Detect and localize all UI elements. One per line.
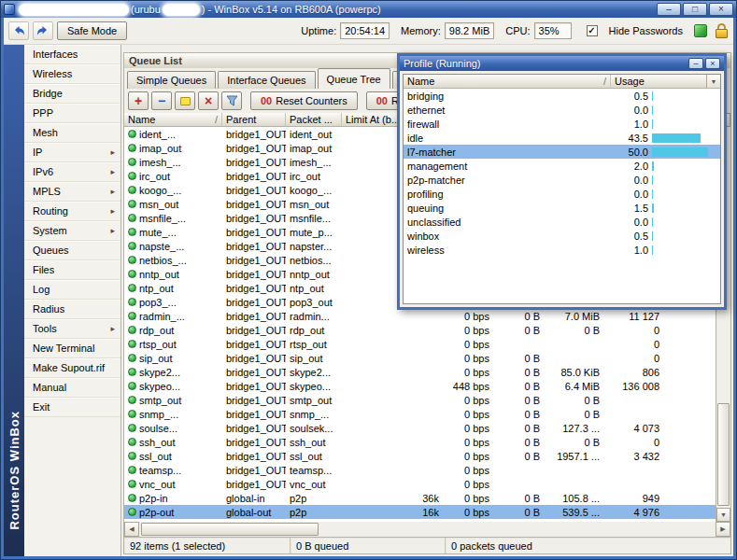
cell-name: irc_out [124, 169, 222, 183]
add-button[interactable]: + [128, 91, 149, 110]
queue-row-rdp-out[interactable]: rdp_outbridge1_OUTrdp_out0 bps0 B0 B0 [124, 323, 716, 337]
submenu-arrow-icon: ▸ [110, 167, 115, 176]
profile-titlebar[interactable]: Profile (Running) – × [400, 56, 724, 71]
reset-counters-button[interactable]: 00 Reset Counters [250, 91, 358, 110]
column-header-4[interactable]: Limit At (b... [342, 113, 398, 126]
queue-row-p2p-in[interactable]: p2p-inglobal-inp2p36k0 bps0 B105.8 ...94… [124, 491, 716, 505]
queue-row-ssl-out[interactable]: ssl_outbridge1_OUTssl_out0 bps0 B1957.1 … [124, 449, 716, 463]
cell-parent: bridge1_OUT [222, 211, 286, 225]
profile-row-p2p-matcher[interactable]: p2p-matcher0.0 [404, 173, 720, 187]
cell-packets: 136 008 [603, 379, 663, 393]
profile-row-wireless[interactable]: wireless1.0 [404, 243, 720, 257]
sidebar-item-queues[interactable]: Queues [24, 241, 120, 260]
horizontal-scrollbar[interactable]: ◀ ▶ [123, 522, 731, 537]
profile-row-idle[interactable]: idle43.5 [404, 131, 720, 145]
queue-row-p2p-out[interactable]: p2p-outglobal-outp2p16k0 bps0 B539.5 ...… [124, 505, 716, 519]
queue-row-rtsp-out[interactable]: rtsp_outbridge1_OUTrtsp_out0 bps0 [124, 337, 716, 351]
sidebar-item-wireless[interactable]: Wireless [24, 64, 120, 84]
profile-row-profiling[interactable]: profiling0.0 [404, 187, 720, 201]
sidebar-item-ip[interactable]: IP▸ [24, 143, 120, 162]
column-header-label: Packet ... [290, 114, 333, 125]
hide-passwords-checkbox[interactable]: ✓ [587, 25, 598, 36]
comment-button[interactable] [175, 91, 195, 110]
sidebar-item-manual[interactable]: Manual [24, 378, 120, 398]
profile-minimize-button[interactable]: – [688, 58, 703, 69]
safe-mode-button[interactable]: Safe Mode [57, 21, 127, 40]
queue-row-ssh-out[interactable]: ssh_outbridge1_OUTssh_out0 bps0 B0 B0 [124, 435, 716, 449]
column-header-1[interactable]: Name/ [124, 113, 222, 126]
sidebar-item-files[interactable]: Files [24, 260, 120, 280]
sidebar-item-mesh[interactable]: Mesh [24, 123, 120, 143]
remove-button[interactable]: − [151, 91, 172, 110]
undo-button[interactable] [8, 21, 29, 40]
profile-row-ethernet[interactable]: ethernet0.0 [404, 103, 720, 117]
scroll-down-button[interactable]: ▼ [716, 508, 730, 522]
sidebar-item-tools[interactable]: Tools▸ [24, 319, 120, 339]
status-item-count: 92 items (1 selected) [124, 538, 291, 553]
cell-queued: 0 B [493, 351, 544, 365]
vertical-scroll-thumb[interactable] [717, 403, 730, 506]
queue-row-radmin[interactable]: radmin_...bridge1_OUTradmin...0 bps0 B7.… [124, 309, 716, 323]
cell-parent: global-in [222, 491, 286, 505]
sidebar-item-routing[interactable]: Routing▸ [24, 202, 120, 221]
queue-row-smtp-out[interactable]: smtp_outbridge1_OUTsmtp_out0 bps0 B0 B [124, 393, 716, 407]
queue-row-snmp[interactable]: snmp_...bridge1_OUTsnmp_...0 bps0 B0 B [124, 407, 716, 421]
usage-bar [652, 147, 708, 157]
queue-row-soulse[interactable]: soulse...bridge1_OUTsoulsek...0 bps0 B12… [124, 421, 716, 435]
column-header-3[interactable]: Packet ... [286, 113, 342, 126]
disable-button[interactable]: × [198, 91, 219, 110]
profile-row-winbox[interactable]: winbox0.5 [404, 229, 720, 243]
profile-row-unclassified[interactable]: unclassified0.0 [404, 215, 720, 229]
scroll-left-button[interactable]: ◀ [124, 522, 139, 537]
profile-row-l7-matcher[interactable]: l7-matcher50.0 [404, 145, 720, 159]
cell-max [398, 351, 443, 365]
scroll-right-button[interactable]: ▶ [716, 522, 730, 537]
profile-row-firewall[interactable]: firewall1.0 [404, 117, 720, 131]
queue-row-skype2[interactable]: skype2...bridge1_OUTskype2...0 bps0 B85.… [124, 365, 716, 379]
profile-row-queuing[interactable]: queuing1.5 [404, 201, 720, 215]
sidebar-item-radius[interactable]: Radius [24, 300, 120, 319]
profile-usage-column-header[interactable]: Usage [611, 75, 706, 88]
sidebar-item-interfaces[interactable]: Interfaces [24, 45, 120, 64]
sidebar-item-log[interactable]: Log [24, 280, 120, 300]
cell-limit [342, 295, 398, 309]
queue-row-sip-out[interactable]: sip_outbridge1_OUTsip_out0 bps0 B0 [124, 351, 716, 365]
horizontal-scroll-thumb[interactable] [141, 523, 319, 536]
profile-row-bridging[interactable]: bridging0.5 [404, 89, 720, 103]
tab-simple-queues[interactable]: Simple Queues [127, 71, 216, 89]
sidebar-item-ipv6[interactable]: IPv6▸ [24, 162, 120, 182]
usage-bar [652, 105, 653, 115]
queue-icon [128, 200, 136, 208]
comment-icon [180, 97, 191, 105]
profile-row-usage: 2.0 [611, 161, 652, 172]
redo-button[interactable] [33, 21, 53, 40]
sidebar-item-ppp[interactable]: PPP [24, 104, 120, 123]
close-button[interactable]: × [709, 3, 733, 16]
tab-queue-tree[interactable]: Queue Tree [318, 68, 390, 89]
filter-button[interactable] [221, 91, 242, 110]
cell-max [398, 309, 443, 323]
sidebar-item-new-terminal[interactable]: New Terminal [24, 339, 120, 358]
minimize-button[interactable]: – [657, 3, 681, 16]
maximize-button[interactable]: □ [683, 3, 707, 16]
profile-name-column-header[interactable]: Name / [404, 75, 611, 88]
column-selector-button[interactable]: ▼ [706, 75, 720, 88]
queue-row-teamsp[interactable]: teamsp...bridge1_OUTteamsp...0 bps [124, 463, 716, 477]
sidebar-item-exit[interactable]: Exit [24, 398, 120, 417]
profile-close-button[interactable]: × [705, 58, 720, 69]
sidebar-item-make-supout-rif[interactable]: Make Supout.rif [24, 358, 120, 378]
queue-row-skypeo[interactable]: skypeo...bridge1_OUTskypeo...448 bps0 B6… [124, 379, 716, 393]
tab-interface-queues[interactable]: Interface Queues [218, 71, 315, 89]
cell-limit [342, 407, 398, 421]
column-header-2[interactable]: Parent [222, 113, 286, 126]
queue-row-vnc-out[interactable]: vnc_outbridge1_OUTvnc_out0 bps [124, 477, 716, 491]
profile-row-management[interactable]: management2.0 [404, 159, 720, 173]
profile-row-usage: 0.0 [611, 189, 652, 200]
sidebar-item-label: Manual [33, 382, 115, 393]
horizontal-scroll-track[interactable] [139, 522, 716, 537]
cell-bytes: 105.8 ... [544, 491, 603, 505]
sidebar-item-mpls[interactable]: MPLS▸ [24, 182, 120, 202]
sidebar-item-bridge[interactable]: Bridge [24, 84, 120, 104]
sidebar-item-system[interactable]: System▸ [24, 221, 120, 241]
cell-marks: ident_out [286, 127, 342, 141]
